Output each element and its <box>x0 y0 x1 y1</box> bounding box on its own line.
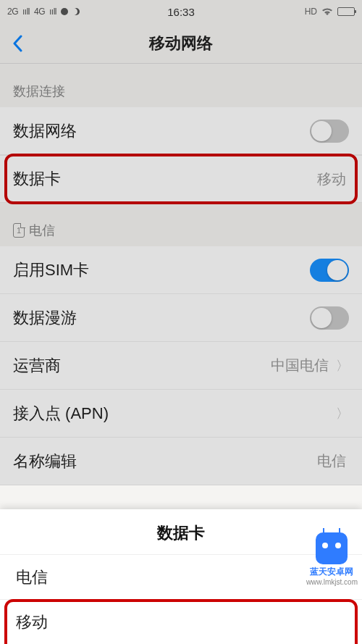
status-bar: 2G ııll 4G ııll 16:33 HD <box>0 0 362 23</box>
watermark: 蓝天安卓网 www.lmkjst.com <box>306 532 358 586</box>
network-2g-label: 2G <box>7 7 18 17</box>
row-value: 中国电信 <box>271 356 329 375</box>
row-label: 运营商 <box>13 355 271 377</box>
page-title: 移动网络 <box>0 33 362 54</box>
watermark-url: www.lmkjst.com <box>306 578 358 586</box>
sheet-option-label: 移动 <box>16 611 48 633</box>
row-label: 启用SIM卡 <box>13 259 310 281</box>
signal-bars-icon: ııll <box>22 7 30 17</box>
row-label: 数据卡 <box>13 168 317 190</box>
status-dot-icon <box>61 8 68 15</box>
watermark-brand: 蓝天安卓网 <box>310 566 353 578</box>
battery-icon <box>337 7 355 16</box>
robot-icon <box>316 532 348 564</box>
chevron-right-icon: 〉 <box>336 357 349 375</box>
row-roaming[interactable]: 数据漫游 <box>0 294 362 342</box>
row-apn[interactable]: 接入点 (APN) 〉 <box>0 390 362 438</box>
row-label: 数据网络 <box>13 120 310 142</box>
sheet-option-label: 电信 <box>16 566 48 588</box>
row-label: 数据漫游 <box>13 307 310 329</box>
network-4g-label: 4G <box>34 7 45 17</box>
clock: 16:33 <box>167 6 195 18</box>
section-header-data: 数据连接 <box>0 64 362 107</box>
sim-card-icon: 1 <box>13 223 25 238</box>
moon-icon <box>72 8 80 15</box>
section-header-sim: 1 电信 <box>0 203 362 246</box>
back-button[interactable] <box>0 23 35 64</box>
toggle-data-network[interactable] <box>310 120 349 143</box>
row-label: 接入点 (APN) <box>13 403 332 425</box>
row-data-network[interactable]: 数据网络 <box>0 107 362 155</box>
sim-header-label: 电信 <box>29 222 55 239</box>
toggle-enable-sim[interactable] <box>310 259 349 282</box>
sheet-option-mobile[interactable]: 移动 <box>0 599 362 644</box>
row-name-edit[interactable]: 名称编辑 电信 <box>0 438 362 485</box>
chevron-right-icon: 〉 <box>336 405 349 422</box>
row-value: 移动 <box>317 170 346 189</box>
row-value: 电信 <box>317 451 346 471</box>
signal-bars-icon: ııll <box>49 7 56 17</box>
toggle-roaming[interactable] <box>310 306 349 330</box>
row-data-card[interactable]: 数据卡 移动 <box>0 155 362 203</box>
nav-bar: 移动网络 <box>0 23 362 64</box>
wifi-icon <box>321 6 333 17</box>
hd-indicator: HD <box>305 7 317 17</box>
row-enable-sim[interactable]: 启用SIM卡 <box>0 246 362 294</box>
row-carrier[interactable]: 运营商 中国电信 〉 <box>0 342 362 390</box>
row-label: 名称编辑 <box>13 451 317 472</box>
